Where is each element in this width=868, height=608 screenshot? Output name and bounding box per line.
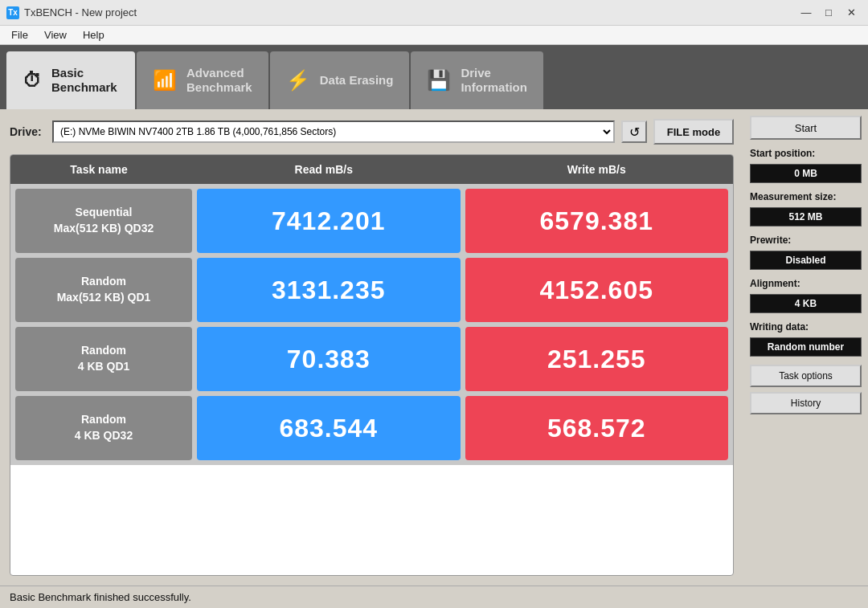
tab-data-erasing[interactable]: ⚡ Data Erasing [270, 51, 410, 109]
row-1-name: SequentialMax(512 KB) QD32 [15, 189, 192, 253]
tab-bar: ⏱ BasicBenchmark 📶 AdvancedBenchmark ⚡ D… [0, 45, 868, 109]
data-erasing-icon: ⚡ [286, 69, 310, 92]
tab-data-erasing-label: Data Erasing [320, 73, 394, 88]
tab-basic-benchmark-label: BasicBenchmark [51, 66, 117, 95]
row-1-read: 7412.201 [197, 189, 461, 253]
window-controls: — □ ✕ [796, 4, 862, 22]
row-3-write: 251.255 [465, 327, 729, 391]
writing-data-value: Random number [750, 337, 862, 357]
header-task-name: Task name [10, 155, 187, 184]
table-row: RandomMax(512 KB) QD1 3131.235 4152.605 [15, 258, 728, 322]
minimize-button[interactable]: — [796, 4, 817, 22]
tab-advanced-benchmark-label: AdvancedBenchmark [186, 66, 252, 95]
start-position-value: 0 MB [750, 164, 862, 183]
drive-label: Drive: [10, 125, 46, 138]
writing-data-label: Writing data: [750, 321, 862, 333]
measurement-size-label: Measurement size: [750, 191, 862, 202]
table-row: Random4 KB QD32 683.544 568.572 [15, 396, 728, 460]
menu-help[interactable]: Help [75, 27, 113, 43]
tab-drive-information-label: DriveInformation [461, 66, 527, 95]
drive-information-icon: 💾 [427, 69, 451, 92]
benchmark-table: Task name Read mB/s Write mB/s Sequentia… [10, 154, 734, 576]
row-3-name: Random4 KB QD1 [15, 327, 192, 391]
basic-benchmark-icon: ⏱ [23, 69, 42, 92]
table-row: Random4 KB QD1 70.383 251.255 [15, 327, 728, 391]
measurement-size-value: 512 MB [750, 207, 862, 226]
drive-row: Drive: (E:) NVMe BIWIN NV7400 2TB 1.86 T… [10, 119, 734, 145]
drive-refresh-button[interactable]: ↺ [621, 120, 647, 143]
prewrite-value: Disabled [750, 251, 862, 270]
advanced-benchmark-icon: 📶 [153, 69, 177, 92]
title-bar: Tx TxBENCH - New project — □ ✕ [0, 0, 868, 26]
row-2-write: 4152.605 [465, 258, 729, 322]
left-panel: Drive: (E:) NVMe BIWIN NV7400 2TB 1.86 T… [0, 109, 743, 586]
table-header: Task name Read mB/s Write mB/s [10, 155, 733, 184]
app-icon: Tx [6, 6, 19, 19]
row-2-read: 3131.235 [197, 258, 461, 322]
tab-basic-benchmark[interactable]: ⏱ BasicBenchmark [6, 51, 135, 109]
table-row: SequentialMax(512 KB) QD32 7412.201 6579… [15, 189, 728, 253]
row-1-write: 6579.381 [465, 189, 729, 253]
main-content: Drive: (E:) NVMe BIWIN NV7400 2TB 1.86 T… [0, 109, 868, 586]
tab-drive-information[interactable]: 💾 DriveInformation [411, 51, 543, 109]
row-3-read: 70.383 [197, 327, 461, 391]
tab-advanced-benchmark[interactable]: 📶 AdvancedBenchmark [137, 51, 268, 109]
task-options-button[interactable]: Task options [750, 365, 862, 387]
menu-file[interactable]: File [3, 27, 36, 43]
file-mode-button[interactable]: FILE mode [653, 119, 734, 145]
history-button[interactable]: History [750, 392, 862, 414]
right-panel: Start Start position: 0 MB Measurement s… [743, 109, 868, 586]
row-4-read: 683.544 [197, 396, 461, 460]
status-bar: Basic Benchmark finished successfully. [0, 586, 868, 608]
alignment-value: 4 KB [750, 294, 862, 313]
header-read: Read mB/s [187, 155, 461, 184]
window-title: TxBENCH - New project [24, 6, 796, 18]
maximize-button[interactable]: □ [818, 4, 839, 22]
table-rows: SequentialMax(512 KB) QD32 7412.201 6579… [10, 184, 733, 465]
prewrite-label: Prewrite: [750, 235, 862, 246]
menu-bar: File View Help [0, 26, 868, 45]
start-position-label: Start position: [750, 148, 862, 159]
alignment-label: Alignment: [750, 278, 862, 289]
row-4-write: 568.572 [465, 396, 729, 460]
row-2-name: RandomMax(512 KB) QD1 [15, 258, 192, 322]
status-text: Basic Benchmark finished successfully. [10, 591, 191, 603]
menu-view[interactable]: View [36, 27, 75, 43]
drive-select[interactable]: (E:) NVMe BIWIN NV7400 2TB 1.86 TB (4,00… [52, 120, 615, 143]
row-4-name: Random4 KB QD32 [15, 396, 192, 460]
start-button[interactable]: Start [750, 116, 862, 140]
header-write: Write mB/s [461, 155, 734, 184]
close-button[interactable]: ✕ [841, 4, 862, 22]
